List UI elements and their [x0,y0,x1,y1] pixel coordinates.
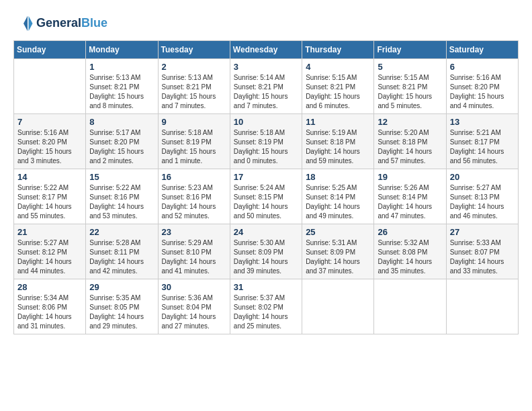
calendar-cell: 24 Sunrise: 5:30 AMSunset: 8:09 PMDaylig… [230,224,302,279]
calendar-cell: 29 Sunrise: 5:35 AMSunset: 8:05 PMDaylig… [86,279,158,334]
day-number: 11 [306,117,370,127]
day-info: Sunrise: 5:21 AMSunset: 8:17 PMDaylight:… [450,128,515,166]
calendar-cell: 9 Sunrise: 5:18 AMSunset: 8:19 PMDayligh… [158,114,230,169]
calendar-cell: 8 Sunrise: 5:17 AMSunset: 8:20 PMDayligh… [86,114,158,169]
day-info: Sunrise: 5:24 AMSunset: 8:15 PMDaylight:… [234,183,298,221]
calendar-cell: 25 Sunrise: 5:31 AMSunset: 8:09 PMDaylig… [302,224,374,279]
calendar-cell: 10 Sunrise: 5:18 AMSunset: 8:19 PMDaylig… [230,114,302,169]
calendar-cell [446,279,518,334]
day-info: Sunrise: 5:17 AMSunset: 8:20 PMDaylight:… [89,128,154,166]
page-header: GeneralBlue [13,13,519,34]
day-info: Sunrise: 5:29 AMSunset: 8:10 PMDaylight:… [162,238,226,276]
day-info: Sunrise: 5:27 AMSunset: 8:13 PMDaylight:… [450,183,515,221]
day-info: Sunrise: 5:31 AMSunset: 8:09 PMDaylight:… [306,238,370,276]
day-info: Sunrise: 5:13 AMSunset: 8:21 PMDaylight:… [89,73,154,111]
calendar-cell: 5 Sunrise: 5:15 AMSunset: 8:21 PMDayligh… [374,59,446,114]
day-number: 2 [162,62,226,72]
weekday-header-tuesday: Tuesday [158,41,230,59]
calendar-week-row: 28 Sunrise: 5:34 AMSunset: 8:06 PMDaylig… [14,279,519,334]
day-number: 27 [450,227,515,237]
day-info: Sunrise: 5:22 AMSunset: 8:17 PMDaylight:… [17,183,82,221]
day-info: Sunrise: 5:27 AMSunset: 8:12 PMDaylight:… [17,238,82,276]
weekday-header-thursday: Thursday [302,41,374,59]
calendar-cell: 31 Sunrise: 5:37 AMSunset: 8:02 PMDaylig… [230,279,302,334]
day-number: 6 [450,62,515,72]
calendar-cell: 16 Sunrise: 5:23 AMSunset: 8:16 PMDaylig… [158,169,230,224]
day-number: 22 [89,227,154,237]
calendar-cell: 15 Sunrise: 5:22 AMSunset: 8:16 PMDaylig… [86,169,158,224]
day-info: Sunrise: 5:25 AMSunset: 8:14 PMDaylight:… [306,183,370,221]
day-info: Sunrise: 5:19 AMSunset: 8:18 PMDaylight:… [306,128,370,166]
day-info: Sunrise: 5:26 AMSunset: 8:14 PMDaylight:… [378,183,442,221]
calendar-cell: 12 Sunrise: 5:20 AMSunset: 8:18 PMDaylig… [374,114,446,169]
day-number: 8 [89,117,154,127]
calendar-week-row: 14 Sunrise: 5:22 AMSunset: 8:17 PMDaylig… [14,169,519,224]
calendar-cell: 11 Sunrise: 5:19 AMSunset: 8:18 PMDaylig… [302,114,374,169]
day-info: Sunrise: 5:22 AMSunset: 8:16 PMDaylight:… [89,183,154,221]
day-info: Sunrise: 5:18 AMSunset: 8:19 PMDaylight:… [234,128,298,166]
day-number: 4 [306,62,370,72]
calendar-cell: 19 Sunrise: 5:26 AMSunset: 8:14 PMDaylig… [374,169,446,224]
day-number: 19 [378,172,442,182]
day-number: 26 [378,227,442,237]
day-number: 30 [162,282,226,292]
day-info: Sunrise: 5:16 AMSunset: 8:20 PMDaylight:… [450,73,515,111]
calendar-cell: 22 Sunrise: 5:28 AMSunset: 8:11 PMDaylig… [86,224,158,279]
calendar-cell: 30 Sunrise: 5:36 AMSunset: 8:04 PMDaylig… [158,279,230,334]
weekday-header-monday: Monday [86,41,158,59]
day-info: Sunrise: 5:18 AMSunset: 8:19 PMDaylight:… [162,128,226,166]
day-number: 17 [234,172,298,182]
calendar-cell [374,279,446,334]
calendar-cell: 21 Sunrise: 5:27 AMSunset: 8:12 PMDaylig… [14,224,86,279]
calendar-cell: 4 Sunrise: 5:15 AMSunset: 8:21 PMDayligh… [302,59,374,114]
calendar-cell [14,59,86,114]
day-info: Sunrise: 5:36 AMSunset: 8:04 PMDaylight:… [162,293,226,331]
calendar-table: SundayMondayTuesdayWednesdayThursdayFrid… [13,40,519,334]
calendar-cell: 1 Sunrise: 5:13 AMSunset: 8:21 PMDayligh… [86,59,158,114]
calendar-cell [302,279,374,334]
day-info: Sunrise: 5:37 AMSunset: 8:02 PMDaylight:… [234,293,298,331]
day-number: 10 [234,117,298,127]
day-number: 9 [162,117,226,127]
calendar-cell: 23 Sunrise: 5:29 AMSunset: 8:10 PMDaylig… [158,224,230,279]
calendar-cell: 6 Sunrise: 5:16 AMSunset: 8:20 PMDayligh… [446,59,518,114]
day-info: Sunrise: 5:20 AMSunset: 8:18 PMDaylight:… [378,128,442,166]
day-info: Sunrise: 5:23 AMSunset: 8:16 PMDaylight:… [162,183,226,221]
calendar-cell: 7 Sunrise: 5:16 AMSunset: 8:20 PMDayligh… [14,114,86,169]
day-number: 7 [17,117,82,127]
calendar-cell: 14 Sunrise: 5:22 AMSunset: 8:17 PMDaylig… [14,169,86,224]
calendar-cell: 2 Sunrise: 5:13 AMSunset: 8:21 PMDayligh… [158,59,230,114]
weekday-header-friday: Friday [374,41,446,59]
svg-marker-1 [24,16,28,32]
calendar-cell: 18 Sunrise: 5:25 AMSunset: 8:14 PMDaylig… [302,169,374,224]
calendar-cell: 28 Sunrise: 5:34 AMSunset: 8:06 PMDaylig… [14,279,86,334]
logo: GeneralBlue [13,13,107,34]
weekday-header-row: SundayMondayTuesdayWednesdayThursdayFrid… [14,41,519,59]
day-info: Sunrise: 5:34 AMSunset: 8:06 PMDaylight:… [17,293,82,331]
day-number: 3 [234,62,298,72]
day-number: 28 [17,282,82,292]
logo-text: GeneralBlue [36,17,107,30]
day-info: Sunrise: 5:15 AMSunset: 8:21 PMDaylight:… [306,73,370,111]
day-number: 23 [162,227,226,237]
day-number: 5 [378,62,442,72]
day-number: 16 [162,172,226,182]
weekday-header-wednesday: Wednesday [230,41,302,59]
weekday-header-sunday: Sunday [14,41,86,59]
day-number: 18 [306,172,370,182]
day-info: Sunrise: 5:13 AMSunset: 8:21 PMDaylight:… [162,73,226,111]
day-info: Sunrise: 5:16 AMSunset: 8:20 PMDaylight:… [17,128,82,166]
day-number: 12 [378,117,442,127]
calendar-cell: 17 Sunrise: 5:24 AMSunset: 8:15 PMDaylig… [230,169,302,224]
day-number: 13 [450,117,515,127]
day-info: Sunrise: 5:32 AMSunset: 8:08 PMDaylight:… [378,238,442,276]
calendar-week-row: 21 Sunrise: 5:27 AMSunset: 8:12 PMDaylig… [14,224,519,279]
day-info: Sunrise: 5:14 AMSunset: 8:21 PMDaylight:… [234,73,298,111]
day-info: Sunrise: 5:30 AMSunset: 8:09 PMDaylight:… [234,238,298,276]
day-number: 15 [89,172,154,182]
calendar-cell: 27 Sunrise: 5:33 AMSunset: 8:07 PMDaylig… [446,224,518,279]
day-number: 20 [450,172,515,182]
logo-icon [13,13,34,34]
day-info: Sunrise: 5:33 AMSunset: 8:07 PMDaylight:… [450,238,515,276]
day-info: Sunrise: 5:35 AMSunset: 8:05 PMDaylight:… [89,293,154,331]
